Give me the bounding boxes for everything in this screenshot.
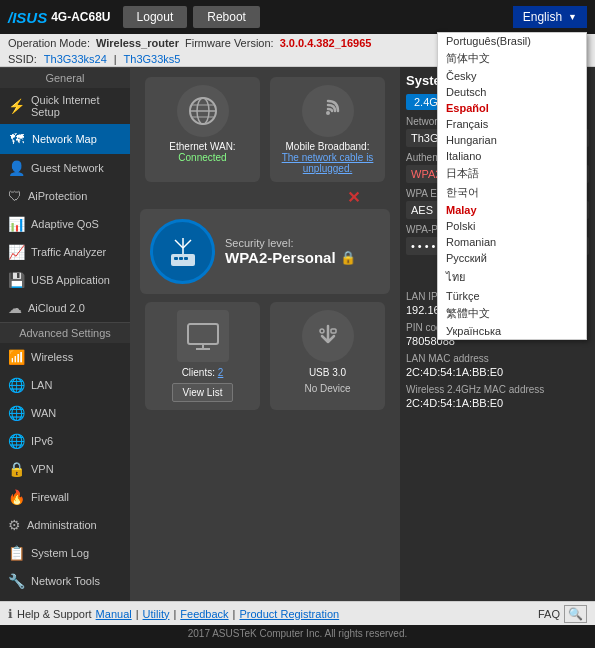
lock-icon: 🔒	[340, 250, 356, 265]
mobile-device-box: Mobile Broadband: The network cable is u…	[270, 77, 385, 182]
product-reg-link[interactable]: Product Registration	[239, 608, 339, 620]
firmware-value: 3.0.0.4.382_16965	[280, 37, 372, 49]
sidebar-item-vpn[interactable]: 🔒 VPN	[0, 455, 130, 483]
language-label: English	[523, 10, 562, 24]
lang-option-14[interactable]: ไทย	[438, 266, 586, 288]
sidebar-item-ipv6[interactable]: 🌐 IPv6	[0, 427, 130, 455]
sidebar-label-quick: Quick Internet Setup	[31, 94, 122, 118]
clients-count-link[interactable]: 2	[218, 367, 224, 378]
sidebar-item-traffic-analyzer[interactable]: 📈 Traffic Analyzer	[0, 238, 130, 266]
wan-device-box: Ethernet WAN: Connected	[145, 77, 260, 182]
sidebar-item-usb-application[interactable]: 💾 USB Application	[0, 266, 130, 294]
sidebar-item-lan[interactable]: 🌐 LAN	[0, 371, 130, 399]
sidebar-label-syslog: System Log	[31, 547, 89, 559]
lang-option-0[interactable]: Português(Brasil)	[438, 33, 586, 49]
sidebar-item-system-log[interactable]: 📋 System Log	[0, 539, 130, 567]
network-map-content: Ethernet WAN: Connected Mobile Broadband…	[130, 67, 400, 601]
sidebar-label-ipv6: IPv6	[31, 435, 53, 447]
clients-icon	[177, 310, 229, 362]
dropdown-arrow-icon: ▼	[568, 12, 577, 22]
lang-option-8[interactable]: 日本語	[438, 164, 586, 183]
ssid2-link[interactable]: Th3G33ks5	[124, 53, 181, 65]
lang-option-9[interactable]: 한국어	[438, 183, 586, 202]
network-map-icon: 🗺	[8, 130, 26, 148]
guest-network-icon: 👤	[8, 160, 25, 176]
lang-option-11[interactable]: Polski	[438, 218, 586, 234]
sidebar-label-wireless: Wireless	[31, 351, 73, 363]
firewall-icon: 🔥	[8, 489, 25, 505]
sidebar-label-wan: WAN	[31, 407, 56, 419]
help-icon: ℹ	[8, 607, 13, 621]
cross-mark: ✕	[347, 189, 360, 206]
search-icon[interactable]: 🔍	[564, 605, 587, 623]
sidebar-item-quick-internet-setup[interactable]: ⚡ Quick Internet Setup	[0, 88, 130, 124]
reboot-button[interactable]: Reboot	[193, 6, 260, 28]
security-value: WPA2-Personal 🔒	[225, 249, 356, 266]
sidebar-item-firewall[interactable]: 🔥 Firewall	[0, 483, 130, 511]
clients-box: Clients: 2 View List	[145, 302, 260, 410]
sidebar-item-network-tools[interactable]: 🔧 Network Tools	[0, 567, 130, 595]
sidebar-item-wan[interactable]: 🌐 WAN	[0, 399, 130, 427]
lang-option-16[interactable]: 繁體中文	[438, 304, 586, 323]
sidebar-item-guest-network[interactable]: 👤 Guest Network	[0, 154, 130, 182]
sidebar-item-wireless[interactable]: 📶 Wireless	[0, 343, 130, 371]
mobile-status-link[interactable]: The network cable is unplugged.	[282, 152, 374, 174]
sidebar-item-aicloud[interactable]: ☁ AiCloud 2.0	[0, 294, 130, 322]
lang-option-3[interactable]: Deutsch	[438, 84, 586, 100]
aicloud-icon: ☁	[8, 300, 22, 316]
sidebar-label-aicloud: AiCloud 2.0	[28, 302, 85, 314]
quick-internet-icon: ⚡	[8, 97, 25, 115]
lang-option-13[interactable]: Русский	[438, 250, 586, 266]
sidebar-label-guest: Guest Network	[31, 162, 104, 174]
svg-point-17	[320, 329, 324, 333]
wireless-mac-value: 2C:4D:54:1A:BB:E0	[406, 397, 589, 409]
adaptive-qos-icon: 📊	[8, 216, 25, 232]
ssid1-link[interactable]: Th3G33ks24	[44, 53, 107, 65]
lang-option-15[interactable]: Türkçe	[438, 288, 586, 304]
lang-option-5[interactable]: Français	[438, 116, 586, 132]
sidebar-item-aiprotection[interactable]: 🛡 AiProtection	[0, 182, 130, 210]
view-list-button[interactable]: View List	[172, 383, 234, 402]
bottom-bar: ℹ Help & Support Manual | Utility | Feed…	[0, 601, 595, 625]
manual-link[interactable]: Manual	[96, 608, 132, 620]
lang-option-7[interactable]: Italiano	[438, 148, 586, 164]
sidebar-label-admin: Administration	[27, 519, 97, 531]
lang-option-6[interactable]: Hungarian	[438, 132, 586, 148]
ipv6-icon: 🌐	[8, 433, 25, 449]
sidebar-item-administration[interactable]: ⚙ Administration	[0, 511, 130, 539]
sidebar-item-network-map[interactable]: 🗺 Network Map	[0, 124, 130, 154]
utility-link[interactable]: Utility	[143, 608, 170, 620]
sidebar-section-general: General	[0, 67, 130, 88]
opmode-label: Operation Mode:	[8, 37, 90, 49]
firmware-label: Firmware Version:	[185, 37, 274, 49]
sidebar-label-traffic: Traffic Analyzer	[31, 246, 106, 258]
wan-label: Ethernet WAN: Connected	[169, 141, 235, 163]
sidebar-item-adaptive-qos[interactable]: 📊 Adaptive QoS	[0, 210, 130, 238]
sidebar-label-lan: LAN	[31, 379, 52, 391]
lang-option-12[interactable]: Romanian	[438, 234, 586, 250]
usb-status: No Device	[304, 383, 350, 394]
sidebar-section-advanced: Advanced Settings	[0, 322, 130, 343]
feedback-link[interactable]: Feedback	[180, 608, 228, 620]
language-selector[interactable]: English ▼ Português(Brasil) 简体中文 Česky D…	[513, 6, 587, 28]
sidebar-label-aiprotection: AiProtection	[28, 190, 87, 202]
traffic-analyzer-icon: 📈	[8, 244, 25, 260]
lang-option-2[interactable]: Česky	[438, 68, 586, 84]
svg-rect-9	[184, 257, 188, 260]
clients-label: Clients: 2	[182, 367, 224, 378]
sidebar-label-network-map: Network Map	[32, 133, 97, 145]
lang-option-4[interactable]: Español	[438, 100, 586, 116]
sidebar-label-usb: USB Application	[31, 274, 110, 286]
logout-button[interactable]: Logout	[123, 6, 188, 28]
lang-option-10[interactable]: Malay	[438, 202, 586, 218]
router-security-info: Security level: WPA2-Personal 🔒	[225, 237, 356, 266]
opmode-value: Wireless_router	[96, 37, 179, 49]
sidebar-label-vpn: VPN	[31, 463, 54, 475]
usb-symbol-icon	[314, 322, 342, 350]
language-dropdown[interactable]: Português(Brasil) 简体中文 Česky Deutsch Esp…	[437, 32, 587, 340]
security-label: Security level:	[225, 237, 356, 249]
lang-option-17[interactable]: Українська	[438, 323, 586, 339]
svg-rect-14	[188, 324, 218, 344]
globe-icon	[187, 95, 219, 127]
lang-option-1[interactable]: 简体中文	[438, 49, 586, 68]
